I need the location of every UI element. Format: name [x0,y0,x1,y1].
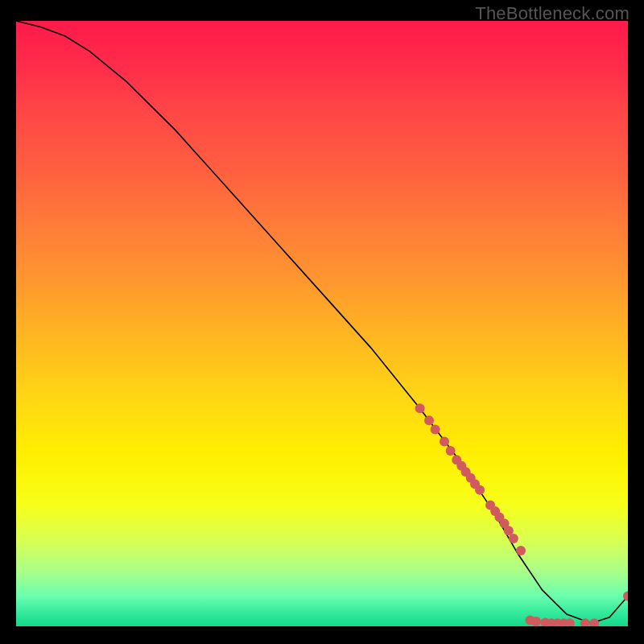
curve-marker [531,617,541,626]
curve-marker [516,546,526,555]
curve-marker [431,425,440,435]
curve-marker [446,446,456,456]
curve-marker [509,534,518,543]
watermark-text: TheBottleneck.com [475,3,630,24]
chart-area [16,21,628,626]
curve-marker [589,618,599,626]
curve-marker [623,591,628,601]
curve-markers [415,403,628,626]
bottleneck-curve [16,21,628,623]
curve-marker [475,485,485,495]
curve-marker [424,415,434,425]
chart-svg [16,21,628,626]
curve-marker [440,437,449,447]
curve-marker [415,403,425,413]
